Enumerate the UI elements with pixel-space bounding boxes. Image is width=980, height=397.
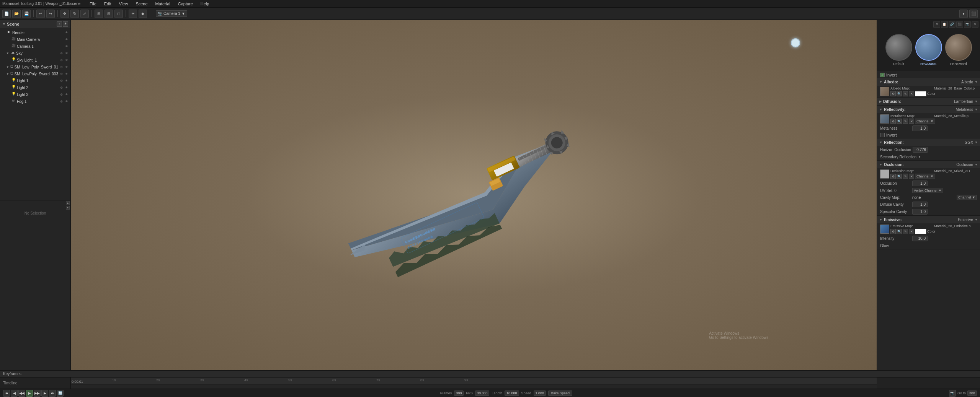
transport-prev-frame[interactable]: ◀ [11,390,18,397]
albedo-thumbnail[interactable] [880,87,889,96]
reflectivity-header[interactable]: ▼ Reflectivity: Metalness ▼ [877,106,980,113]
transport-to-start[interactable]: ⏮ [3,390,10,397]
rpanel-btn5[interactable]: 📷 [964,21,971,28]
horizon-occlusion-value[interactable]: 0.776 [913,147,928,153]
light1-settings-btn[interactable]: ⚙ [59,78,64,83]
metalness-search-btn[interactable]: 🔍 [897,119,902,124]
transport-to-end[interactable]: ⏭ [49,390,56,397]
tree-item-camera1[interactable]: 🎥 Camera 1 👁 [0,43,70,50]
sword003-settings-btn[interactable]: ⚙ [59,72,64,76]
metalness-channel-selector[interactable]: Channel ▼ [915,119,935,124]
transport-prev[interactable]: ◀◀ [18,390,25,397]
light3-eye-btn[interactable]: 👁 [64,92,69,97]
transport-play[interactable]: ▶ [26,390,33,397]
emissive-color-swatch[interactable] [915,229,926,234]
toolbar-open[interactable]: 📂 [12,10,21,18]
toolbar-grid[interactable]: ⊞ [95,10,103,18]
toolbar-wireframe[interactable]: ◻ [114,10,123,18]
occlusion-settings-btn[interactable]: ⚙ [890,174,896,179]
albedo-search-btn[interactable]: 🔍 [897,91,902,96]
toolbar-snap[interactable]: ⊟ [105,10,113,18]
light2-settings-btn[interactable]: ⚙ [59,85,64,90]
occlusion-header[interactable]: ▼ Occlusion: Occlusion ▼ [877,161,980,168]
emissive-header[interactable]: ▼ Emissive: Emissive ▼ [877,216,980,223]
emissive-clear-btn[interactable]: ✕ [909,229,914,234]
occlusion-thumbnail[interactable] [880,169,889,179]
menu-material[interactable]: Material [154,2,172,6]
scene-add-btn[interactable]: + [57,21,62,27]
cavity-channel-selector[interactable]: Channel ▼ [957,195,977,200]
toolbar-render[interactable]: ● [959,10,968,18]
emissive-intensity-value[interactable]: 10.0 [912,236,928,241]
toolbar-new[interactable]: 📄 [2,10,11,18]
tree-item-main-camera[interactable]: 🎥 Main Camera 👁 [0,36,70,43]
scene-eye-btn[interactable]: 👁 [63,21,68,27]
occlusion-search-btn[interactable]: 🔍 [897,174,902,179]
fog1-settings-btn[interactable]: ⚙ [59,99,64,104]
toolbar-redo[interactable]: ↪ [46,10,55,18]
scroll-up-btn[interactable]: ▲ [66,201,70,205]
tree-item-light2[interactable]: 💡 Light 2 ⚙ 👁 [0,84,70,91]
camera-selector[interactable]: 📷 Camera 1 ▼ [156,10,187,17]
menu-help[interactable]: Help [199,2,211,6]
transport-next-frame[interactable]: ▶ [41,390,48,397]
rpanel-btn1[interactable]: ⚙ [933,21,940,28]
diffusion-header[interactable]: ▶ Diffusion: Lambertian ▼ [877,98,980,105]
metalness-thumbnail[interactable] [880,114,889,124]
timeline-ruler-area[interactable]: 1s 2s 3s 4s 5s 6s 7s 8s 9s 0:00.01 [71,377,877,389]
speed-value[interactable]: 1.000 [534,390,546,396]
metalness-clear-btn[interactable]: ✕ [909,119,914,124]
emissive-thumbnail[interactable] [880,225,889,234]
sword01-settings-btn[interactable]: ⚙ [59,65,64,69]
light1-eye-btn[interactable]: 👁 [64,78,69,83]
transport-loop[interactable]: 🔄 [57,390,64,397]
sword003-eye-btn[interactable]: 👁 [64,72,69,76]
vertex-channel-selector[interactable]: Vertex Channel ▼ [912,188,943,193]
occlusion-edit-btn[interactable]: ✎ [903,174,908,179]
toolbar-undo[interactable]: ↩ [36,10,45,18]
metalness-settings-btn[interactable]: ⚙ [890,119,896,124]
scroll-down-btn[interactable]: ▼ [66,206,70,210]
main-camera-eye-btn[interactable]: 👁 [64,37,69,42]
albedo-edit-btn[interactable]: ✎ [903,91,908,96]
toolbar-scale[interactable]: ⤢ [80,10,89,18]
albedo-header[interactable]: ▼ Albedo: Albedo ▼ [877,78,980,86]
transport-screenshot[interactable]: 📷 [949,390,956,397]
occlusion-number[interactable]: 1.0 [912,181,928,186]
specular-cavity-value[interactable]: 1.0 [912,209,928,215]
menu-capture[interactable]: Capture [176,2,194,6]
rpanel-close[interactable]: ✕ [972,21,978,28]
mat-ball-newmat[interactable] [915,34,942,61]
occlusion-channel-selector[interactable]: Channel ▼ [915,174,935,179]
emissive-settings-btn[interactable]: ⚙ [890,229,896,234]
go-to-value[interactable]: 300 [967,390,977,396]
rpanel-btn4[interactable]: ⬛ [956,21,963,28]
fps-value[interactable]: 30.000 [475,390,490,396]
tree-item-fog1[interactable]: ≋ Fog 1 ⚙ 👁 [0,98,70,105]
tree-item-light1[interactable]: 💡 Light 1 ⚙ 👁 [0,77,70,84]
skylight-settings-btn[interactable]: ⚙ [59,58,64,62]
metalness-invert-checkbox[interactable] [880,133,885,137]
occlusion-clear-btn[interactable]: ✕ [909,174,914,179]
light3-settings-btn[interactable]: ⚙ [59,92,64,97]
tree-item-sword003[interactable]: ▼ ◻ SM_LowPoly_Sword_003 ⚙ 👁 [0,70,70,77]
albedo-settings-btn[interactable]: ⚙ [890,91,896,96]
render-eye-btn[interactable]: 👁 [64,30,69,35]
light2-eye-btn[interactable]: 👁 [64,85,69,90]
menu-scene[interactable]: Scene [134,2,149,6]
metalness-value[interactable]: 1.0 [912,125,928,131]
sky-eye-btn[interactable]: 👁 [64,51,69,55]
toolbar-material[interactable]: ◆ [139,10,147,18]
menu-edit[interactable]: Edit [103,2,113,6]
tree-item-skylight[interactable]: 💡 Sky Light_1 ⚙ 👁 [0,57,70,63]
menu-file[interactable]: File [88,2,98,6]
tree-item-sky[interactable]: ▼ ☁ Sky ⚙ 👁 [0,50,70,57]
reflection-header[interactable]: ▼ Reflection: GGX ▼ [877,138,980,146]
menu-view[interactable]: View [118,2,130,6]
toolbar-bake[interactable]: ⬛ [969,10,978,18]
sky-settings-btn[interactable]: ⚙ [59,51,64,55]
mat-ball-pbr[interactable] [945,34,972,61]
camera1-eye-btn[interactable]: 👁 [64,44,69,49]
transport-next[interactable]: ▶▶ [34,390,41,397]
toolbar-save[interactable]: 💾 [22,10,31,18]
